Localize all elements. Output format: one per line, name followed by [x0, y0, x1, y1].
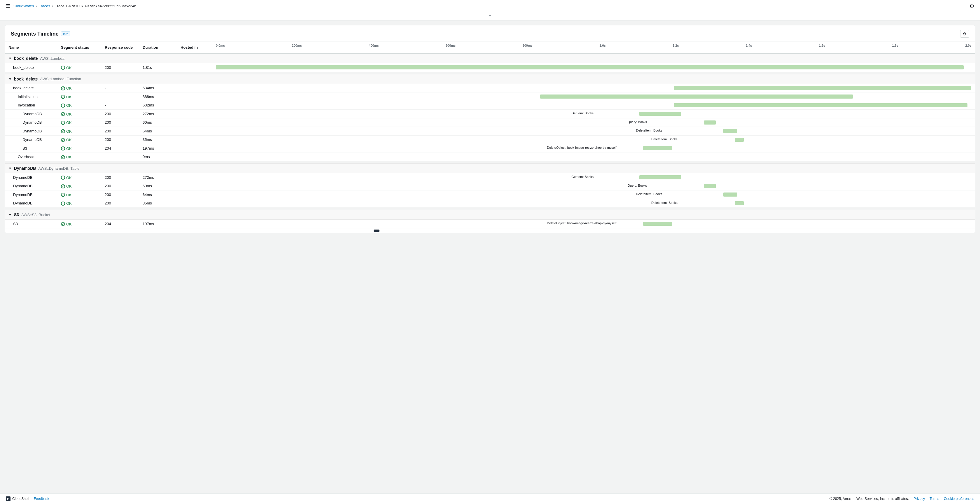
cookie-link[interactable]: Cookie preferences: [944, 497, 974, 501]
cell-timeline: [212, 84, 975, 92]
nav-right-actions: ⚙: [968, 2, 975, 11]
main-content: Segments Timeline Info ⚙ Name Segment st…: [0, 21, 980, 493]
section-separator: [5, 72, 975, 74]
cell-status: ✓ OK: [57, 84, 101, 92]
table-row[interactable]: Invocation ✓ OK - 632ms: [5, 101, 975, 110]
cell-timeline: Query: Books: [212, 118, 975, 127]
collapse-bar[interactable]: ≡: [0, 12, 980, 21]
table-row[interactable]: Initialization ✓ OK - 888ms: [5, 92, 975, 101]
group-name: book_delete: [14, 56, 38, 60]
cell-hosted: [177, 127, 212, 136]
group-collapse-icon[interactable]: ▼: [8, 167, 12, 170]
timeline-table-wrapper: Name Segment status Response code Durati…: [5, 41, 975, 233]
table-row[interactable]: DynamoDB ✓ OK 200 64ms DeleteItem: Books: [5, 127, 975, 136]
timeline-bar: [216, 65, 964, 69]
cell-name: DynamoDB: [5, 110, 57, 118]
timeline-bar: [643, 146, 672, 150]
cell-duration: 632ms: [139, 101, 177, 110]
table-row[interactable]: Overhead ✓ OK - 0ms: [5, 153, 975, 161]
group-header-inner: ▼ book_delete AWS::Lambda::Function: [8, 77, 972, 81]
cell-response: 200: [101, 127, 139, 136]
table-body: ▼ book_delete AWS::Lambda book_delete ✓ …: [5, 53, 975, 233]
status-ok-badge: ✓ OK: [61, 95, 72, 99]
table-row[interactable]: DynamoDB ✓ OK 200 60ms Query: Books: [5, 182, 975, 191]
nav-settings-button[interactable]: ⚙: [968, 2, 975, 11]
group-header-group-dynamodb[interactable]: ▼ DynamoDB AWS::DynamoDB::Table: [5, 164, 975, 173]
group-name: DynamoDB: [14, 166, 36, 171]
section-separator: [5, 161, 975, 164]
footer-right: © 2025, Amazon Web Services, Inc. or its…: [829, 497, 974, 501]
cell-name: S3: [5, 219, 57, 228]
breadcrumb-cloudwatch[interactable]: CloudWatch: [13, 4, 34, 8]
cell-duration: 35ms: [139, 199, 177, 208]
table-row[interactable]: DynamoDB ✓ OK 200 35ms DeleteItem: Books: [5, 199, 975, 208]
bar-label: DeleteItem: Books: [651, 201, 678, 205]
group-header-group-lambda-function[interactable]: ▼ book_delete AWS::Lambda::Function: [5, 74, 975, 84]
check-icon: ✓: [61, 103, 65, 108]
cell-response: 200: [101, 63, 139, 72]
card-settings-button[interactable]: ⚙: [960, 30, 969, 38]
group-type: AWS::S3::Bucket: [21, 213, 50, 217]
timeline-bar: [643, 222, 672, 226]
cell-name: DynamoDB: [5, 199, 57, 208]
group-collapse-icon[interactable]: ▼: [8, 77, 12, 81]
status-ok-badge: ✓ OK: [61, 66, 72, 70]
table-row[interactable]: DynamoDB ✓ OK 200 60ms Query: Books: [5, 118, 975, 127]
tick-1: 200ms: [292, 44, 302, 47]
timeline-bar-cell: [212, 94, 975, 99]
group-type: AWS::DynamoDB::Table: [38, 166, 80, 171]
cell-name: book_delete: [5, 84, 57, 92]
breadcrumb-traces[interactable]: Traces: [39, 4, 50, 8]
terms-link[interactable]: Terms: [929, 497, 939, 501]
group-header-group-lambda[interactable]: ▼ book_delete AWS::Lambda: [5, 53, 975, 63]
privacy-link[interactable]: Privacy: [913, 497, 925, 501]
cell-status: ✓ OK: [57, 153, 101, 161]
check-icon: ✓: [61, 66, 65, 70]
group-header-inner: ▼ DynamoDB AWS::DynamoDB::Table: [8, 166, 972, 171]
tooltip-row: [5, 228, 975, 233]
status-label: OK: [66, 146, 72, 151]
check-icon: ✓: [61, 176, 65, 180]
group-header-cell: ▼ S3 AWS::S3::Bucket: [5, 210, 975, 219]
card-header: Segments Timeline Info ⚙: [5, 25, 975, 41]
cell-name: DynamoDB: [5, 118, 57, 127]
hamburger-menu[interactable]: ☰: [5, 2, 11, 10]
check-icon: ✓: [61, 146, 65, 151]
info-badge[interactable]: Info: [61, 32, 70, 36]
status-label: OK: [66, 95, 72, 99]
tooltip-popup: [374, 229, 379, 232]
cell-name: book_delete: [5, 63, 57, 72]
group-header-group-s3[interactable]: ▼ S3 AWS::S3::Bucket: [5, 210, 975, 219]
table-row[interactable]: DynamoDB ✓ OK 200 272ms GetItem: Books: [5, 173, 975, 182]
group-header-cell: ▼ DynamoDB AWS::DynamoDB::Table: [5, 164, 975, 173]
cell-hosted: [177, 199, 212, 208]
cell-hosted: [177, 153, 212, 161]
table-row[interactable]: DynamoDB ✓ OK 200 272ms GetItem: Books: [5, 110, 975, 118]
timeline-bar: [723, 192, 737, 197]
check-icon: ✓: [61, 121, 65, 125]
group-collapse-icon[interactable]: ▼: [8, 213, 12, 216]
table-row[interactable]: DynamoDB ✓ OK 200 35ms DeleteItem: Books: [5, 135, 975, 144]
feedback-link[interactable]: Feedback: [34, 497, 49, 501]
group-collapse-icon[interactable]: ▼: [8, 57, 12, 60]
check-icon: ✓: [61, 95, 65, 99]
table-row[interactable]: DynamoDB ✓ OK 200 64ms DeleteItem: Books: [5, 191, 975, 199]
cloudshell-section[interactable]: ▶ CloudShell: [6, 496, 29, 501]
status-label: OK: [66, 193, 72, 197]
cell-hosted: [177, 92, 212, 101]
cell-duration: 272ms: [139, 110, 177, 118]
table-row[interactable]: S3 ✓ OK 204 197ms DeleteObject: book-ima…: [5, 144, 975, 153]
cell-response: 200: [101, 182, 139, 191]
cell-response: 204: [101, 219, 139, 228]
cell-name: DynamoDB: [5, 127, 57, 136]
card-title-group: Segments Timeline Info: [11, 31, 70, 37]
cell-hosted: [177, 144, 212, 153]
tooltip-wrapper: [374, 228, 379, 233]
table-row[interactable]: S3 ✓ OK 204 197ms DeleteObject: book-ima…: [5, 219, 975, 228]
cell-hosted: [177, 191, 212, 199]
tick-7: 1.4s: [746, 44, 752, 47]
timeline-bar-cell: [212, 64, 975, 70]
table-row[interactable]: book_delete ✓ OK 200 1.81s: [5, 63, 975, 72]
table-row[interactable]: book_delete ✓ OK - 634ms: [5, 84, 975, 92]
check-icon: ✓: [61, 155, 65, 159]
